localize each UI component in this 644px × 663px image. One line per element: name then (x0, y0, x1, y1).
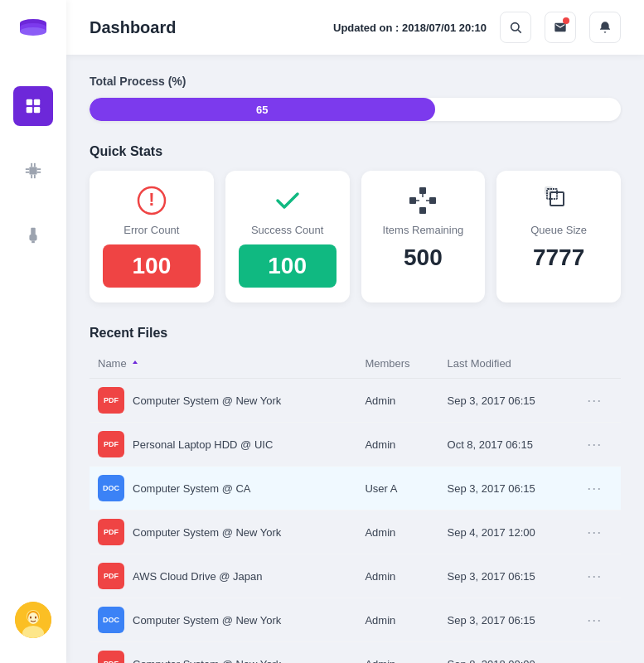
file-last-modified: Sep 3, 2017 06:15 (439, 379, 579, 423)
svg-point-4 (20, 27, 46, 36)
svg-rect-12 (31, 175, 32, 179)
content-area: Total Process (%) 65 Quick Stats ! Error… (66, 55, 644, 663)
file-last-modified: Sep 8, 2018 00:00 (439, 642, 579, 664)
svg-rect-20 (31, 240, 35, 243)
file-more-button[interactable]: ··· (579, 423, 621, 467)
file-name-cell: DOC Computer System @ New York (90, 598, 356, 642)
stat-card-success-count: Success Count 100 (225, 171, 350, 302)
stat-card-queue-size: Queue Size 7777 (496, 171, 621, 302)
svg-rect-15 (26, 172, 30, 173)
file-more-button[interactable]: ··· (579, 467, 621, 511)
file-members: Admin (356, 554, 438, 598)
file-members: User A (356, 467, 438, 511)
items-remaining-label: Items Remaining (383, 224, 464, 236)
app-logo (17, 17, 50, 53)
file-type-badge: PDF (98, 431, 124, 457)
file-last-modified: Oct 8, 2017 06:15 (439, 423, 579, 467)
file-last-modified: Sep 3, 2017 06:15 (439, 598, 579, 642)
col-last-modified: Last Modified (439, 352, 579, 379)
sidebar-item-processor[interactable] (13, 151, 53, 191)
svg-rect-11 (34, 163, 36, 167)
file-last-modified: Sep 3, 2017 06:15 (439, 467, 579, 511)
svg-rect-32 (419, 187, 426, 194)
col-name[interactable]: Name (90, 352, 356, 379)
svg-rect-19 (29, 235, 36, 240)
file-name: Computer System @ New York (133, 658, 281, 664)
svg-rect-9 (29, 167, 36, 174)
svg-rect-13 (34, 175, 36, 179)
svg-point-27 (35, 617, 36, 619)
file-more-button[interactable]: ··· (579, 511, 621, 554)
file-name: AWS Cloud Drive @ Japan (133, 570, 263, 583)
file-type-badge: DOC (98, 607, 124, 633)
table-row: PDF Computer System @ New York Admin Sep… (90, 642, 621, 664)
col-actions (579, 352, 621, 379)
file-type-badge: PDF (98, 563, 124, 589)
file-name-cell: PDF Computer System @ New York (90, 511, 356, 554)
recent-files-title: Recent Files (90, 326, 621, 341)
queue-size-icon (544, 186, 574, 215)
svg-line-29 (518, 30, 521, 33)
file-name: Computer System @ New York (133, 526, 281, 539)
progress-bar-background: 65 (90, 98, 621, 121)
file-more-button[interactable]: ··· (579, 554, 621, 598)
header-right: Updated on : 2018/07/01 20:10 (333, 12, 621, 43)
file-type-badge: PDF (98, 651, 124, 663)
progress-value: 65 (256, 104, 268, 116)
file-name-cell: PDF Computer System @ New York (90, 642, 356, 664)
file-more-button[interactable]: ··· (579, 642, 621, 664)
sidebar-item-dashboard[interactable] (13, 86, 53, 126)
main-content: Dashboard Updated on : 2018/07/01 20:10 (66, 0, 644, 663)
svg-rect-14 (26, 168, 30, 170)
file-more-button[interactable]: ··· (579, 379, 621, 423)
mail-button[interactable] (545, 12, 576, 43)
svg-rect-42 (545, 187, 552, 194)
svg-rect-16 (37, 168, 41, 170)
quick-stats-title: Quick Stats (90, 144, 621, 159)
table-row: DOC Computer System @ New York Admin Sep… (90, 598, 621, 642)
file-name: Personal Laptop HDD @ UIC (133, 438, 273, 451)
file-last-modified: Sep 4, 2017 12:00 (439, 511, 579, 554)
success-count-label: Success Count (251, 224, 323, 236)
notification-button[interactable] (589, 12, 621, 43)
file-members: Admin (356, 598, 438, 642)
svg-rect-10 (31, 163, 32, 167)
col-members: Members (356, 352, 438, 379)
sidebar (0, 0, 66, 663)
file-members: Admin (356, 642, 438, 664)
table-row: PDF Computer System @ New York Admin Sep… (90, 379, 621, 423)
svg-rect-33 (409, 197, 416, 204)
svg-rect-7 (27, 107, 32, 113)
sidebar-bottom (15, 602, 51, 646)
file-type-badge: DOC (98, 475, 124, 501)
table-row: DOC Computer System @ CA User A Sep 3, 2… (90, 467, 621, 511)
file-name: Computer System @ CA (133, 482, 251, 495)
file-members: Admin (356, 423, 438, 467)
table-row: PDF AWS Cloud Drive @ Japan Admin Sep 3,… (90, 554, 621, 598)
sidebar-item-usb[interactable] (13, 215, 53, 255)
mail-badge (563, 17, 569, 24)
file-last-modified: Sep 3, 2017 06:15 (439, 554, 579, 598)
file-name-cell: PDF AWS Cloud Drive @ Japan (90, 554, 356, 598)
stat-card-items-remaining: Items Remaining 500 (361, 171, 486, 302)
svg-rect-6 (34, 99, 40, 105)
stats-grid: ! Error Count 100 Success Count 100 (90, 171, 621, 302)
file-name-cell: PDF Personal Laptop HDD @ UIC (90, 423, 356, 467)
table-row: PDF Computer System @ New York Admin Sep… (90, 511, 621, 554)
items-remaining-value: 500 (404, 244, 443, 271)
file-type-badge: PDF (98, 519, 124, 545)
queue-size-value: 7777 (533, 244, 584, 271)
file-more-button[interactable]: ··· (579, 598, 621, 642)
queue-size-label: Queue Size (530, 224, 587, 236)
svg-rect-17 (37, 172, 41, 173)
file-name-cell: PDF Computer System @ New York (90, 379, 356, 423)
avatar[interactable] (15, 602, 51, 638)
progress-label: Total Process (%) (90, 75, 621, 88)
search-button[interactable] (500, 12, 531, 43)
svg-rect-34 (429, 197, 436, 204)
svg-point-28 (511, 23, 519, 31)
files-table: Name Members Last Modified PDF Computer … (90, 352, 621, 663)
stat-card-error-count: ! Error Count 100 (90, 171, 214, 302)
error-count-icon: ! (137, 186, 167, 215)
items-remaining-icon (408, 186, 438, 215)
